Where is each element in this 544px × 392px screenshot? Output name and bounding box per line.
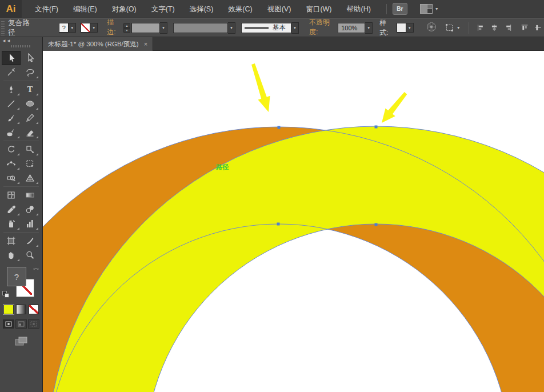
color-button[interactable] (3, 305, 14, 314)
draw-inside-button[interactable] (28, 319, 39, 329)
stroke-none-swatch[interactable] (81, 23, 90, 33)
opacity-combo[interactable]: 100% ▼ (338, 22, 373, 34)
screen-mode-button[interactable] (0, 335, 42, 347)
fill-dropdown[interactable]: ▼ (69, 23, 76, 33)
menu-view[interactable]: 视图(V) (260, 0, 299, 18)
transform-options-button[interactable]: ▼ (445, 23, 461, 33)
tool-mesh[interactable] (2, 188, 21, 202)
tool-column-graph[interactable] (21, 217, 39, 231)
tool-blob-brush[interactable] (2, 125, 21, 139)
stroke-panel-link[interactable]: 描边: (107, 18, 121, 38)
width-profile-value[interactable] (173, 23, 228, 33)
anchor-point[interactable] (278, 126, 281, 129)
tool-free-transform[interactable] (21, 157, 39, 171)
tool-direct-selection[interactable] (21, 51, 39, 65)
anchor-point[interactable] (277, 223, 280, 226)
tool-selection[interactable] (2, 51, 21, 65)
tool-eyedropper[interactable] (2, 202, 21, 217)
tool-scale[interactable] (21, 142, 39, 157)
stroke-dropdown[interactable]: ▼ (90, 23, 98, 33)
draw-behind-button[interactable] (15, 319, 27, 329)
gradient-button[interactable] (16, 305, 26, 314)
fill-color-control[interactable]: ? ▼ (59, 23, 76, 33)
brush-definition-combo[interactable]: 基本 ▼ (241, 22, 299, 34)
document-tab[interactable]: 未标题-1* @ 300% (RGB/预览) × (43, 37, 153, 51)
menu-file[interactable]: 文件(F) (27, 0, 66, 18)
brush-name: 基本 (273, 23, 286, 32)
default-fill-stroke-icon[interactable] (2, 291, 9, 298)
menu-window[interactable]: 窗口(W) (298, 0, 339, 18)
bridge-button[interactable]: Br (393, 3, 407, 15)
align-left-button[interactable] (477, 23, 485, 33)
style-dropdown[interactable]: ▼ (406, 23, 414, 33)
tool-perspective-grid[interactable] (21, 171, 39, 185)
draw-normal-button[interactable] (3, 319, 14, 329)
align-top-button[interactable] (521, 23, 529, 33)
stroke-weight-combo[interactable]: ▼ (131, 22, 167, 34)
tool-type[interactable]: T (21, 82, 39, 97)
none-button[interactable] (29, 305, 39, 314)
swap-fill-stroke-icon[interactable] (33, 266, 39, 272)
menu-help[interactable]: 帮助(H) (339, 0, 378, 18)
width-profile-combo[interactable]: ▼ (173, 22, 235, 34)
document-title: 未标题-1* @ 300% (RGB/预览) (48, 40, 139, 49)
tool-pen[interactable] (2, 82, 21, 97)
menu-effect[interactable]: 效果(C) (221, 0, 259, 18)
menu-edit[interactable]: 编辑(E) (66, 0, 105, 18)
tool-paintbrush[interactable] (2, 111, 21, 125)
fill-indicator[interactable]: ? (7, 267, 26, 286)
tool-line-segment[interactable] (2, 97, 21, 111)
stroke-weight-dropdown[interactable]: ▼ (160, 22, 167, 34)
recolor-artwork-button[interactable] (426, 22, 437, 34)
workspace-layout-icon (420, 4, 433, 14)
tool-slice[interactable] (21, 234, 39, 248)
tool-artboard[interactable] (2, 234, 21, 248)
stroke-weight-stepper[interactable]: ▲▼ (123, 23, 130, 33)
tool-gradient[interactable] (21, 188, 39, 202)
artboard-canvas[interactable]: 路径 (43, 51, 544, 392)
illustrator-window: Ai 文件(F) 编辑(E) 对象(O) 文字(T) 选择(S) 效果(C) 视… (0, 0, 544, 392)
brush-stroke-icon (245, 27, 269, 29)
app-logo: Ai (0, 0, 22, 18)
opacity-dropdown[interactable]: ▼ (365, 22, 373, 34)
opacity-value[interactable]: 100% (338, 23, 365, 33)
stroke-color-control[interactable]: ▼ (81, 23, 98, 33)
tool-width[interactable] (2, 157, 21, 171)
menu-type[interactable]: 文字(T) (144, 0, 182, 18)
controlbar-separator (469, 22, 469, 34)
close-icon[interactable]: × (144, 41, 147, 47)
anchor-point[interactable] (375, 126, 378, 129)
chevron-down-icon: ▼ (457, 26, 461, 30)
width-profile-dropdown[interactable]: ▼ (228, 22, 235, 34)
tool-magic-wand[interactable] (2, 65, 21, 79)
style-control[interactable]: ▼ (397, 23, 414, 33)
tool-eraser[interactable] (21, 125, 39, 139)
stroke-weight-value[interactable] (131, 23, 160, 33)
style-swatch[interactable] (397, 23, 406, 33)
tool-rotate[interactable] (2, 142, 21, 157)
menu-select[interactable]: 选择(S) (182, 0, 221, 18)
align-vcenter-button[interactable] (534, 23, 541, 33)
fill-swatch[interactable]: ? (59, 23, 69, 33)
tool-zoom[interactable] (21, 248, 39, 262)
anchor-point[interactable] (375, 223, 378, 226)
tool-hand[interactable] (2, 248, 21, 262)
annotation-arrows (251, 63, 407, 123)
menu-object[interactable]: 对象(O) (105, 0, 144, 18)
workspace-switcher[interactable]: ▼ (420, 4, 439, 14)
tool-lasso[interactable] (21, 65, 39, 79)
tools-panel-grip[interactable] (11, 45, 31, 47)
document-tab-strip: 未标题-1* @ 300% (RGB/预览) × (43, 37, 544, 51)
tool-symbol-sprayer[interactable] (2, 217, 21, 231)
align-center-button[interactable] (490, 23, 498, 33)
tool-ellipse[interactable] (21, 97, 39, 111)
brush-preview[interactable]: 基本 (241, 23, 291, 33)
tool-blend[interactable] (21, 202, 39, 217)
opacity-panel-link[interactable]: 不透明度: (309, 18, 335, 38)
panel-grip[interactable] (1, 21, 5, 35)
collapse-panel-icon[interactable]: ◄◄ (2, 38, 11, 43)
brush-dropdown[interactable]: ▼ (291, 22, 299, 34)
tool-pencil[interactable] (21, 111, 39, 125)
tool-shape-builder[interactable] (2, 171, 21, 185)
align-right-button[interactable] (504, 23, 512, 33)
